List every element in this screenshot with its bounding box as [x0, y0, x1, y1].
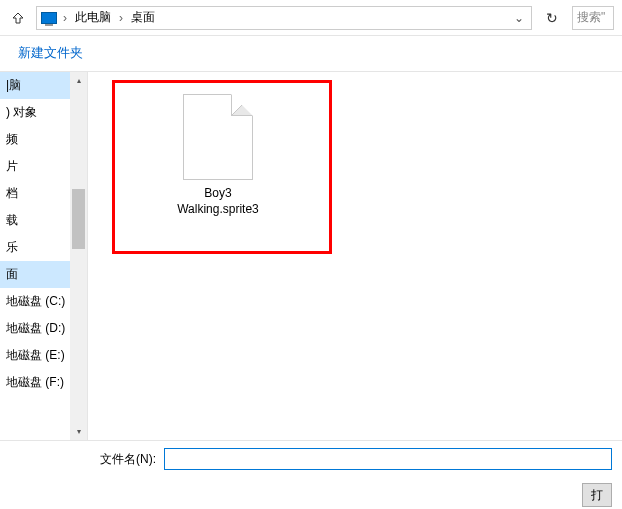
scroll-thumb[interactable]	[72, 189, 85, 249]
sidebar: |脑) 对象频片档载乐面 地磁盘 (C:) 地磁盘 (D:) 地磁盘 (E:) …	[0, 72, 88, 440]
open-button[interactable]: 打	[582, 483, 612, 507]
filename-label: 文件名(N):	[10, 451, 156, 468]
file-item[interactable]: Boy3 Walking.sprite3	[138, 94, 298, 217]
nav-up-button[interactable]	[8, 8, 28, 28]
toolbar: 新建文件夹	[0, 36, 622, 72]
file-pane[interactable]: Boy3 Walking.sprite3	[88, 72, 622, 440]
chevron-right-icon: ›	[61, 11, 69, 25]
search-input[interactable]: 搜索"	[572, 6, 614, 30]
sidebar-scrollbar[interactable]: ▴ ▾	[70, 72, 87, 440]
scroll-up-icon[interactable]: ▴	[70, 72, 87, 89]
breadcrumb-item-pc[interactable]: 此电脑	[73, 9, 113, 26]
chevron-down-icon[interactable]: ⌄	[511, 11, 527, 25]
filename-row: 文件名(N):	[0, 441, 622, 477]
address-bar: › 此电脑 › 桌面 ⌄ ↻ 搜索"	[0, 0, 622, 36]
scroll-down-icon[interactable]: ▾	[70, 423, 87, 440]
breadcrumb-item-desktop[interactable]: 桌面	[129, 9, 157, 26]
new-folder-link[interactable]: 新建文件夹	[18, 44, 83, 62]
scroll-track[interactable]	[70, 89, 87, 423]
filename-input[interactable]	[164, 448, 612, 470]
search-placeholder: 搜索"	[577, 9, 605, 26]
body-area: |脑) 对象频片档载乐面 地磁盘 (C:) 地磁盘 (D:) 地磁盘 (E:) …	[0, 72, 622, 440]
chevron-right-icon: ›	[117, 11, 125, 25]
breadcrumb[interactable]: › 此电脑 › 桌面 ⌄	[36, 6, 532, 30]
refresh-button[interactable]: ↻	[540, 6, 564, 30]
file-label: Boy3 Walking.sprite3	[138, 186, 298, 217]
pc-icon	[41, 12, 57, 24]
file-icon	[183, 94, 253, 180]
button-row: 打	[0, 477, 622, 507]
